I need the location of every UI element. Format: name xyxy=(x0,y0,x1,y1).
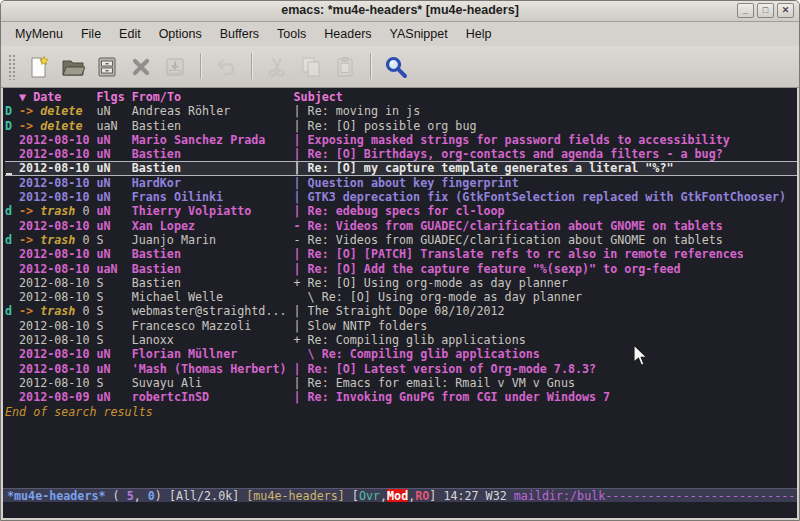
text-segment: delete xyxy=(40,119,82,133)
toolbar-separator xyxy=(251,53,252,79)
table-row[interactable]: 2012-08-10 uN Florian Müllner \ Re: Comp… xyxy=(5,347,797,361)
text-segment: 2012-08-10 uN Xan Lopez - Re: Videos fro… xyxy=(5,219,723,233)
column-subject[interactable]: Subject xyxy=(294,90,343,104)
titlebar[interactable]: emacs: *mu4e-headers* [mu4e-headers] _□✕ xyxy=(1,1,799,22)
major-mode: [mu4e-headers] xyxy=(246,489,345,502)
table-row[interactable]: 2012-08-10 uN 'Mash (Thomas Herbert) | R… xyxy=(5,362,797,376)
text-segment: -> xyxy=(19,204,40,218)
search-icon xyxy=(384,55,408,79)
table-row[interactable]: 2012-08-10 uN Bastien | Re: [O] [PATCH] … xyxy=(5,247,797,261)
text-segment: 2012-08-10 uN 'Mash (Thomas Herbert) | R… xyxy=(5,362,596,376)
text-segment: d xyxy=(5,204,19,218)
menu-item-headers[interactable]: Headers xyxy=(315,24,380,44)
table-row[interactable]: 2012-08-10 uN Bastien | Re: [O] Birthday… xyxy=(5,147,797,161)
cut-button xyxy=(261,51,293,83)
toolbar xyxy=(1,46,799,88)
text-segment: uN Thierry Volpiatto | Re: edebug specs … xyxy=(97,204,505,218)
table-row[interactable]: d -> trash 0 S webmaster@straightd... | … xyxy=(5,304,797,318)
table-row[interactable]: 2012-08-10 uN Mario Sanchez Prada | Expo… xyxy=(5,133,797,147)
paste-icon xyxy=(333,55,357,79)
table-row[interactable]: D -> delete uaN Bastien | Re: [O] possib… xyxy=(5,119,797,133)
table-row[interactable]: D -> delete uN Andreas Röhler | Re: movi… xyxy=(5,104,797,118)
toolbar-grip-handle[interactable] xyxy=(8,54,16,80)
text-segment: 2012-08-10 uN Bastien | Re: [O] my captu… xyxy=(5,161,673,175)
menu-item-help[interactable]: Help xyxy=(457,24,501,44)
text-segment: ] xyxy=(429,489,443,502)
menu-item-buffers[interactable]: Buffers xyxy=(211,24,268,44)
menu-bar: MyMenuFileEditOptionsBuffersToolsHeaders… xyxy=(1,22,799,46)
text-segment: trash xyxy=(40,204,75,218)
text-segment: 2012-08-10 S Suvayu Ali | Re: Emacs for … xyxy=(5,376,575,390)
text-segment: uaN Bastien | Re: [O] possible org bug xyxy=(82,119,476,133)
header-line: ▼ Date Flgs From/To Subject xyxy=(5,90,797,104)
emacs-frame: ▼ Date Flgs From/To Subject D -> delete … xyxy=(3,88,797,518)
text-segment: ) xyxy=(155,489,169,502)
text-segment xyxy=(5,90,19,104)
open-folder-button[interactable] xyxy=(57,51,89,83)
text-segment: ---------------------------------------- xyxy=(605,489,797,502)
text-segment xyxy=(125,90,132,104)
column-fromto[interactable]: From/To xyxy=(132,90,181,104)
clock-and-window: 14:27 W32 xyxy=(443,489,513,502)
save-icon xyxy=(95,55,119,79)
text-segment: [ xyxy=(345,489,359,502)
overwrite-flag: Ovr xyxy=(359,489,380,502)
paste-button xyxy=(329,51,361,83)
table-row-current[interactable]: 2012-08-10 uN Bastien | Re: [O] my captu… xyxy=(5,161,797,175)
text-segment: -> xyxy=(19,119,40,133)
toolbar-separator xyxy=(200,53,201,79)
headers-list: D -> delete uN Andreas Röhler | Re: movi… xyxy=(5,104,797,404)
table-row[interactable]: d -> trash 0 uN Thierry Volpiatto | Re: … xyxy=(5,204,797,218)
text-segment: 2012-08-10 uaN Bastien | Re: [O] Add the… xyxy=(5,262,681,276)
window-title: emacs: *mu4e-headers* [mu4e-headers] xyxy=(1,3,799,17)
text-segment: 2012-08-10 S Francesco Mazzoli | Slow NN… xyxy=(5,319,427,333)
save-button[interactable] xyxy=(91,51,123,83)
menu-item-yasnippet[interactable]: YASnippet xyxy=(381,24,457,44)
text-segment: -> xyxy=(19,304,40,318)
table-row[interactable]: 2012-08-10 uN Frans Oilinki | GTK3 depre… xyxy=(5,190,797,204)
new-file-button[interactable] xyxy=(23,51,55,83)
table-row[interactable]: d -> trash 0 S Juanjo Marin - Re: Videos… xyxy=(5,233,797,247)
table-row[interactable]: 2012-08-10 S Michael Welle \ Re: [O] Usi… xyxy=(5,290,797,304)
menu-item-mymenu[interactable]: MyMenu xyxy=(6,24,72,44)
open-folder-icon xyxy=(61,55,85,79)
search-button[interactable] xyxy=(380,51,412,83)
text-segment: -> xyxy=(19,233,40,247)
table-row[interactable]: 2012-08-10 uaN Bastien | Re: [O] Add the… xyxy=(5,262,797,276)
cursor-column: 0 xyxy=(148,489,155,502)
new-file-icon xyxy=(27,55,51,79)
maximize-button[interactable]: □ xyxy=(757,3,774,18)
end-of-results-label: End of search results xyxy=(5,405,797,419)
minimize-button[interactable]: _ xyxy=(737,3,754,18)
menu-item-edit[interactable]: Edit xyxy=(110,24,150,44)
text-segment: d xyxy=(5,304,19,318)
column-flgs[interactable]: Flgs xyxy=(97,90,125,104)
text-segment: 2012-08-10 S Lanoxx + Re: Compiling glib… xyxy=(5,333,526,347)
table-row[interactable]: 2012-08-10 uN Xan Lopez - Re: Videos fro… xyxy=(5,219,797,233)
readonly-flag: RO xyxy=(415,489,429,502)
close-button[interactable] xyxy=(125,51,157,83)
mode-line[interactable]: *mu4e-headers* ( 5, 0) [All/2.0k] [mu4e-… xyxy=(3,488,797,502)
text-segment xyxy=(61,90,96,104)
text-segment: trash xyxy=(40,304,75,318)
toolbar-separator xyxy=(370,53,371,79)
table-row[interactable]: 2012-08-10 S Bastien + Re: [O] Using org… xyxy=(5,276,797,290)
text-segment: -> xyxy=(19,104,40,118)
table-row[interactable]: 2012-08-10 uN HardKor | Question about k… xyxy=(5,176,797,190)
table-row[interactable]: 2012-08-10 S Francesco Mazzoli | Slow NN… xyxy=(5,319,797,333)
text-segment: 2012-08-10 uN Frans Oilinki | GTK3 depre… xyxy=(5,190,786,204)
column-date[interactable]: Date xyxy=(33,90,61,104)
table-row[interactable]: 2012-08-10 S Suvayu Ali | Re: Emacs for … xyxy=(5,376,797,390)
menu-item-tools[interactable]: Tools xyxy=(268,24,315,44)
table-row[interactable]: 2012-08-10 S Lanoxx + Re: Compiling glib… xyxy=(5,333,797,347)
text-segment: trash xyxy=(40,233,75,247)
menu-item-options[interactable]: Options xyxy=(150,24,211,44)
table-row[interactable]: 2012-08-09 uN robertcInSD | Re: Invoking… xyxy=(5,390,797,404)
menu-item-file[interactable]: File xyxy=(72,24,110,44)
text-segment xyxy=(181,90,294,104)
cut-icon xyxy=(265,55,289,79)
echo-area[interactable] xyxy=(3,502,797,518)
save-as-icon xyxy=(163,55,187,79)
close-button[interactable]: ✕ xyxy=(777,3,794,18)
headers-buffer[interactable]: ▼ Date Flgs From/To Subject D -> delete … xyxy=(3,88,797,488)
